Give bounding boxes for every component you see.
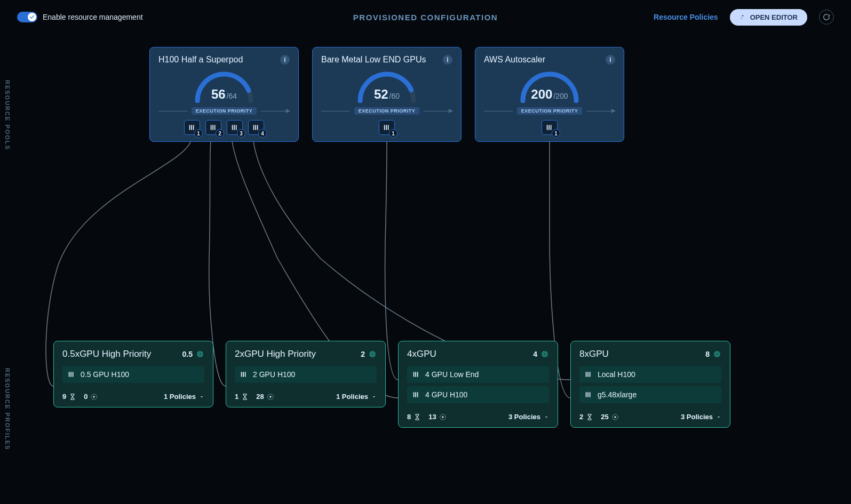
svg-rect-34 bbox=[417, 372, 418, 377]
svg-rect-33 bbox=[415, 372, 416, 377]
profile-card[interactable]: 0.5xGPU High Priority 0.5 0.5 GPU H100 9… bbox=[53, 341, 213, 407]
pending-stat: 9 bbox=[62, 393, 76, 401]
svg-rect-22 bbox=[73, 372, 74, 377]
svg-rect-9 bbox=[253, 125, 254, 130]
gpu-count: 0.5 bbox=[182, 350, 204, 358]
page-title: PROVISIONED CONFIGURATION bbox=[353, 13, 498, 22]
svg-rect-43 bbox=[590, 372, 591, 377]
queue-chip[interactable]: 2 bbox=[205, 120, 221, 135]
gpu-count: 2 bbox=[361, 350, 377, 358]
resource-policies-link[interactable]: Resource Policies bbox=[654, 13, 718, 21]
svg-rect-8 bbox=[236, 125, 237, 130]
pool-card[interactable]: AWS Autoscaler i 200/200 EXECUTION PRIOR… bbox=[475, 47, 624, 142]
svg-rect-30 bbox=[543, 352, 547, 356]
svg-rect-2 bbox=[193, 125, 194, 130]
svg-rect-16 bbox=[548, 125, 550, 130]
queue-chip[interactable]: 4 bbox=[248, 120, 264, 135]
svg-rect-37 bbox=[417, 392, 418, 397]
svg-rect-17 bbox=[551, 125, 552, 130]
profile-title: 4xGPU bbox=[407, 349, 436, 359]
queue-chip[interactable]: 1 bbox=[379, 120, 395, 135]
svg-rect-36 bbox=[415, 392, 416, 397]
svg-rect-35 bbox=[413, 392, 415, 397]
svg-rect-0 bbox=[189, 125, 190, 130]
running-stat: 0 bbox=[84, 393, 98, 401]
profile-title: 0.5xGPU High Priority bbox=[62, 349, 151, 359]
profile-item[interactable]: Local H100 bbox=[579, 366, 721, 383]
svg-rect-26 bbox=[241, 372, 242, 377]
svg-rect-40 bbox=[716, 353, 718, 355]
profile-item[interactable]: 2 GPU H100 bbox=[235, 366, 377, 383]
svg-rect-27 bbox=[243, 372, 244, 377]
info-icon[interactable]: i bbox=[606, 55, 615, 65]
header: Enable resource management PROVISIONED C… bbox=[0, 0, 851, 34]
pool-title: Bare Metal Low END GPUs bbox=[321, 55, 426, 65]
pool-card[interactable]: Bare Metal Low END GPUs i 52/60 EXECUTIO… bbox=[312, 47, 462, 142]
svg-rect-32 bbox=[413, 372, 415, 377]
profile-card[interactable]: 2xGPU High Priority 2 2 GPU H100 1 28 1 … bbox=[226, 341, 386, 407]
svg-rect-46 bbox=[590, 392, 591, 397]
open-editor-button[interactable]: OPEN EDITOR bbox=[730, 9, 807, 26]
info-icon[interactable]: i bbox=[280, 55, 290, 65]
queue-chip[interactable]: 1 bbox=[542, 120, 558, 135]
svg-rect-12 bbox=[384, 125, 385, 130]
usage-gauge: 52/60 bbox=[355, 70, 419, 103]
profile-item[interactable]: 4 GPU H100 bbox=[407, 386, 549, 403]
profile-title: 2xGPU High Priority bbox=[235, 349, 316, 359]
svg-rect-10 bbox=[255, 125, 256, 130]
profile-item[interactable]: g5.48xlarge bbox=[579, 386, 721, 403]
pending-stat: 2 bbox=[579, 413, 593, 421]
execution-priority-row: EXECUTION PRIORITY bbox=[321, 107, 452, 115]
pool-card[interactable]: H100 Half a Superpod i 56/64 EXECUTION P… bbox=[149, 47, 299, 142]
profile-card[interactable]: 4xGPU 4 4 GPU Low End4 GPU H100 8 13 3 P… bbox=[398, 341, 558, 428]
usage-gauge: 56/64 bbox=[192, 70, 256, 103]
info-icon[interactable]: i bbox=[443, 55, 452, 65]
svg-rect-44 bbox=[586, 392, 587, 397]
enable-toggle[interactable] bbox=[17, 12, 37, 22]
profile-title: 8xGPU bbox=[579, 349, 609, 359]
profile-item[interactable]: 4 GPU Low End bbox=[407, 366, 549, 383]
enable-toggle-label: Enable resource management bbox=[43, 13, 143, 21]
side-label-pools: RESOURCE POOLS bbox=[4, 80, 11, 150]
execution-priority-row: EXECUTION PRIORITY bbox=[158, 107, 290, 115]
svg-rect-45 bbox=[587, 392, 588, 397]
svg-rect-18 bbox=[198, 352, 202, 356]
pool-title: H100 Half a Superpod bbox=[158, 55, 243, 65]
svg-rect-15 bbox=[547, 125, 548, 130]
running-stat: 28 bbox=[256, 393, 274, 401]
svg-rect-41 bbox=[586, 372, 587, 377]
profile-card[interactable]: 8xGPU 8 Local H100g5.48xlarge 2 25 3 Pol… bbox=[570, 341, 730, 428]
svg-rect-25 bbox=[371, 353, 373, 355]
canvas: H100 Half a Superpod i 56/64 EXECUTION P… bbox=[21, 34, 840, 493]
running-stat: 13 bbox=[428, 413, 446, 421]
gpu-count: 4 bbox=[533, 350, 549, 358]
execution-priority-row: EXECUTION PRIORITY bbox=[484, 107, 615, 115]
pending-stat: 8 bbox=[407, 413, 421, 421]
svg-rect-42 bbox=[587, 372, 588, 377]
policies-dropdown[interactable]: 1 Policies bbox=[164, 393, 204, 401]
svg-rect-31 bbox=[544, 353, 546, 355]
pool-title: AWS Autoscaler bbox=[484, 55, 545, 65]
pending-stat: 1 bbox=[235, 393, 249, 401]
refresh-button[interactable] bbox=[819, 10, 834, 25]
profile-item[interactable]: 0.5 GPU H100 bbox=[62, 366, 204, 383]
svg-rect-3 bbox=[211, 125, 212, 130]
policies-dropdown[interactable]: 1 Policies bbox=[336, 393, 377, 401]
svg-rect-19 bbox=[199, 353, 201, 355]
policies-dropdown[interactable]: 3 Policies bbox=[681, 413, 721, 421]
queue-chip[interactable]: 3 bbox=[227, 120, 243, 135]
svg-rect-11 bbox=[257, 125, 258, 130]
svg-rect-7 bbox=[234, 125, 235, 130]
svg-rect-4 bbox=[212, 125, 213, 130]
svg-rect-13 bbox=[386, 125, 387, 130]
svg-rect-14 bbox=[388, 125, 389, 130]
svg-rect-5 bbox=[214, 125, 216, 130]
wand-icon bbox=[739, 14, 746, 20]
check-icon bbox=[29, 14, 35, 20]
policies-dropdown[interactable]: 3 Policies bbox=[508, 413, 549, 421]
usage-gauge: 200/200 bbox=[518, 70, 582, 103]
side-label-profiles: RESOURCE PROFILES bbox=[4, 368, 11, 450]
queue-chip[interactable]: 1 bbox=[184, 120, 200, 135]
svg-rect-39 bbox=[715, 352, 719, 356]
svg-rect-24 bbox=[370, 352, 375, 356]
